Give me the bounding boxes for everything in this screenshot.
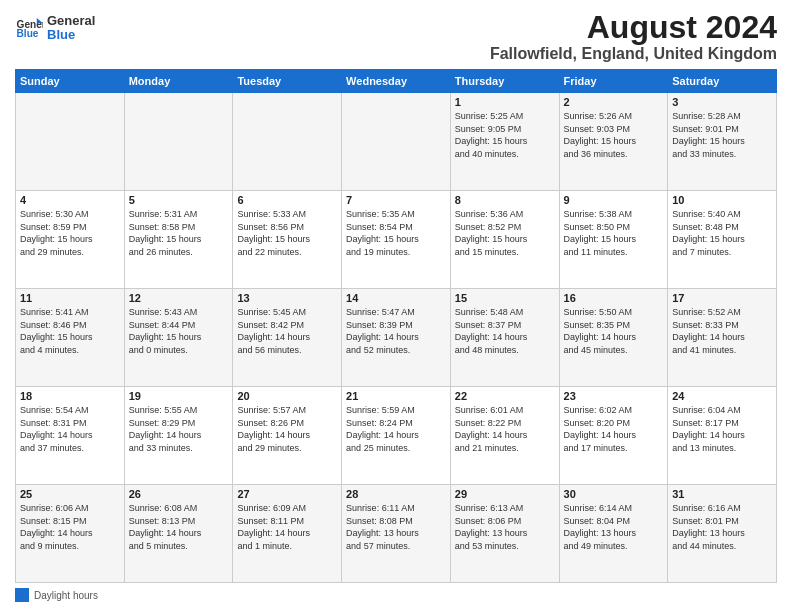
day-number: 27 [237,488,337,500]
day-header-monday: Monday [124,70,233,93]
page: General Blue General Blue August 2024 Fa… [0,0,792,612]
logo-icon: General Blue [15,14,43,42]
day-info: Sunrise: 6:02 AM Sunset: 8:20 PM Dayligh… [564,404,664,454]
logo-text: General Blue [47,14,95,43]
day-info: Sunrise: 5:48 AM Sunset: 8:37 PM Dayligh… [455,306,555,356]
day-header-thursday: Thursday [450,70,559,93]
day-number: 24 [672,390,772,402]
day-number: 15 [455,292,555,304]
calendar-cell: 12Sunrise: 5:43 AM Sunset: 8:44 PM Dayli… [124,289,233,387]
day-info: Sunrise: 5:57 AM Sunset: 8:26 PM Dayligh… [237,404,337,454]
week-row-5: 25Sunrise: 6:06 AM Sunset: 8:15 PM Dayli… [16,485,777,583]
day-info: Sunrise: 6:06 AM Sunset: 8:15 PM Dayligh… [20,502,120,552]
day-number: 20 [237,390,337,402]
calendar-cell: 31Sunrise: 6:16 AM Sunset: 8:01 PM Dayli… [668,485,777,583]
day-info: Sunrise: 5:54 AM Sunset: 8:31 PM Dayligh… [20,404,120,454]
calendar-cell: 22Sunrise: 6:01 AM Sunset: 8:22 PM Dayli… [450,387,559,485]
header-row: SundayMondayTuesdayWednesdayThursdayFrid… [16,70,777,93]
day-info: Sunrise: 6:14 AM Sunset: 8:04 PM Dayligh… [564,502,664,552]
day-number: 25 [20,488,120,500]
day-number: 6 [237,194,337,206]
calendar-cell [16,93,125,191]
calendar-cell: 15Sunrise: 5:48 AM Sunset: 8:37 PM Dayli… [450,289,559,387]
day-number: 2 [564,96,664,108]
calendar-cell: 10Sunrise: 5:40 AM Sunset: 8:48 PM Dayli… [668,191,777,289]
day-info: Sunrise: 6:08 AM Sunset: 8:13 PM Dayligh… [129,502,229,552]
calendar-cell: 6Sunrise: 5:33 AM Sunset: 8:56 PM Daylig… [233,191,342,289]
week-row-2: 4Sunrise: 5:30 AM Sunset: 8:59 PM Daylig… [16,191,777,289]
calendar-cell: 30Sunrise: 6:14 AM Sunset: 8:04 PM Dayli… [559,485,668,583]
day-number: 7 [346,194,446,206]
calendar-cell: 14Sunrise: 5:47 AM Sunset: 8:39 PM Dayli… [342,289,451,387]
day-number: 4 [20,194,120,206]
day-number: 5 [129,194,229,206]
day-info: Sunrise: 5:26 AM Sunset: 9:03 PM Dayligh… [564,110,664,160]
day-number: 3 [672,96,772,108]
svg-text:Blue: Blue [17,29,39,40]
day-info: Sunrise: 5:52 AM Sunset: 8:33 PM Dayligh… [672,306,772,356]
calendar-cell: 23Sunrise: 6:02 AM Sunset: 8:20 PM Dayli… [559,387,668,485]
day-info: Sunrise: 5:30 AM Sunset: 8:59 PM Dayligh… [20,208,120,258]
calendar-cell: 20Sunrise: 5:57 AM Sunset: 8:26 PM Dayli… [233,387,342,485]
calendar-table: SundayMondayTuesdayWednesdayThursdayFrid… [15,69,777,583]
calendar-body: 1Sunrise: 5:25 AM Sunset: 9:05 PM Daylig… [16,93,777,583]
legend-color-box [15,588,29,602]
day-info: Sunrise: 5:55 AM Sunset: 8:29 PM Dayligh… [129,404,229,454]
day-number: 11 [20,292,120,304]
day-number: 28 [346,488,446,500]
day-info: Sunrise: 5:59 AM Sunset: 8:24 PM Dayligh… [346,404,446,454]
calendar-cell: 3Sunrise: 5:28 AM Sunset: 9:01 PM Daylig… [668,93,777,191]
day-number: 21 [346,390,446,402]
footer: Daylight hours [15,588,777,602]
day-number: 22 [455,390,555,402]
calendar-cell: 25Sunrise: 6:06 AM Sunset: 8:15 PM Dayli… [16,485,125,583]
calendar-cell: 18Sunrise: 5:54 AM Sunset: 8:31 PM Dayli… [16,387,125,485]
day-info: Sunrise: 5:33 AM Sunset: 8:56 PM Dayligh… [237,208,337,258]
day-number: 1 [455,96,555,108]
logo-general-text: General [47,14,95,28]
day-number: 14 [346,292,446,304]
calendar-cell: 26Sunrise: 6:08 AM Sunset: 8:13 PM Dayli… [124,485,233,583]
calendar-cell: 9Sunrise: 5:38 AM Sunset: 8:50 PM Daylig… [559,191,668,289]
day-info: Sunrise: 5:50 AM Sunset: 8:35 PM Dayligh… [564,306,664,356]
day-info: Sunrise: 6:01 AM Sunset: 8:22 PM Dayligh… [455,404,555,454]
day-header-wednesday: Wednesday [342,70,451,93]
day-number: 10 [672,194,772,206]
day-number: 8 [455,194,555,206]
day-number: 12 [129,292,229,304]
day-header-sunday: Sunday [16,70,125,93]
week-row-3: 11Sunrise: 5:41 AM Sunset: 8:46 PM Dayli… [16,289,777,387]
calendar-cell: 24Sunrise: 6:04 AM Sunset: 8:17 PM Dayli… [668,387,777,485]
day-info: Sunrise: 6:16 AM Sunset: 8:01 PM Dayligh… [672,502,772,552]
day-number: 18 [20,390,120,402]
day-number: 31 [672,488,772,500]
day-info: Sunrise: 5:40 AM Sunset: 8:48 PM Dayligh… [672,208,772,258]
calendar-cell: 2Sunrise: 5:26 AM Sunset: 9:03 PM Daylig… [559,93,668,191]
day-number: 26 [129,488,229,500]
calendar-cell: 29Sunrise: 6:13 AM Sunset: 8:06 PM Dayli… [450,485,559,583]
page-title: August 2024 [490,10,777,45]
day-number: 16 [564,292,664,304]
day-info: Sunrise: 5:31 AM Sunset: 8:58 PM Dayligh… [129,208,229,258]
day-info: Sunrise: 5:35 AM Sunset: 8:54 PM Dayligh… [346,208,446,258]
calendar-cell [124,93,233,191]
day-number: 9 [564,194,664,206]
day-info: Sunrise: 6:04 AM Sunset: 8:17 PM Dayligh… [672,404,772,454]
day-info: Sunrise: 6:11 AM Sunset: 8:08 PM Dayligh… [346,502,446,552]
week-row-1: 1Sunrise: 5:25 AM Sunset: 9:05 PM Daylig… [16,93,777,191]
calendar-cell [233,93,342,191]
day-info: Sunrise: 5:25 AM Sunset: 9:05 PM Dayligh… [455,110,555,160]
calendar-cell: 1Sunrise: 5:25 AM Sunset: 9:05 PM Daylig… [450,93,559,191]
day-info: Sunrise: 5:36 AM Sunset: 8:52 PM Dayligh… [455,208,555,258]
day-number: 19 [129,390,229,402]
day-info: Sunrise: 5:38 AM Sunset: 8:50 PM Dayligh… [564,208,664,258]
day-header-tuesday: Tuesday [233,70,342,93]
day-header-friday: Friday [559,70,668,93]
week-row-4: 18Sunrise: 5:54 AM Sunset: 8:31 PM Dayli… [16,387,777,485]
calendar-cell [342,93,451,191]
day-info: Sunrise: 6:13 AM Sunset: 8:06 PM Dayligh… [455,502,555,552]
day-number: 17 [672,292,772,304]
calendar-cell: 11Sunrise: 5:41 AM Sunset: 8:46 PM Dayli… [16,289,125,387]
header: General Blue General Blue August 2024 Fa… [15,10,777,63]
calendar-header: SundayMondayTuesdayWednesdayThursdayFrid… [16,70,777,93]
